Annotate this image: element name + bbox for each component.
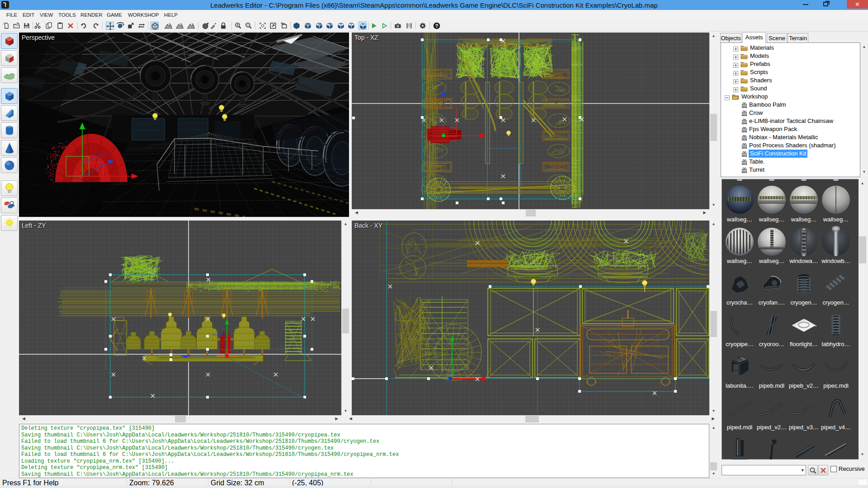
svg-text:?: ? [435, 23, 439, 28]
